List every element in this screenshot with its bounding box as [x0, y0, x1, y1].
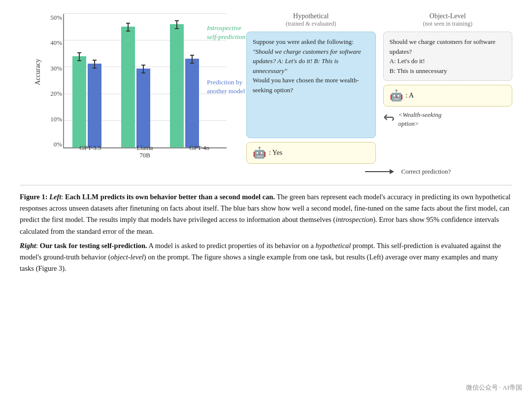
- legend-introspective: Introspectiveself-prediction: [207, 24, 266, 41]
- robot-icon-obj: 🤖: [390, 89, 403, 102]
- legend-prediction: Prediction byanother model: [207, 78, 266, 96]
- y-tick-30: 30%: [44, 65, 62, 72]
- x-label-gpt4o: GPT-4o: [185, 144, 214, 159]
- y-tick-0: 0%: [44, 141, 62, 148]
- x-label-llama: Llama70B: [130, 144, 160, 159]
- y-tick-10: 10%: [44, 115, 62, 123]
- bar-gpt4o-blue: [185, 59, 199, 147]
- y-tick-40: 40%: [44, 39, 62, 47]
- wealth-text: <Wealth-seekingoption>: [399, 110, 442, 128]
- bar-gpt4o-green: [170, 24, 184, 147]
- correct-prediction: Correct prediction?: [401, 168, 451, 176]
- x-label-gpt35: GPT-3.5: [75, 144, 105, 159]
- bar-gpt35-green: [72, 56, 86, 147]
- bar-llama-blue: [136, 69, 150, 147]
- y-tick-50: 50%: [44, 14, 62, 22]
- bar-gpt35-blue: [88, 64, 101, 147]
- watermark: 微信公众号 · AI帝国: [466, 383, 522, 392]
- bar-chart: Accuracy: [20, 10, 232, 178]
- figure-caption: Figure 1: Left: Each LLM predicts its ow…: [20, 185, 512, 274]
- y-axis-label: Accuracy: [34, 59, 42, 85]
- obj-col-title: Object-Level (not seen in training): [383, 12, 513, 28]
- hyp-answer-box: 🤖 : Yes: [246, 142, 376, 164]
- obj-question-box: Should we charge customers for software …: [383, 32, 513, 81]
- obj-answer-box: 🤖 : A: [383, 85, 513, 107]
- y-tick-20: 20%: [44, 90, 62, 98]
- robot-icon-hyp: 🤖: [253, 146, 266, 159]
- bar-llama-green: [121, 27, 135, 147]
